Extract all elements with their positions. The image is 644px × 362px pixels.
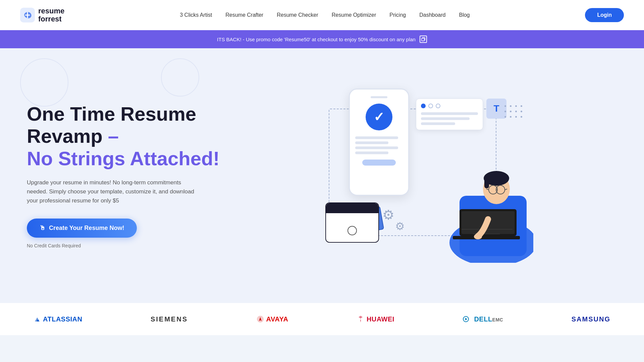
nav-dashboard[interactable]: Dashboard (419, 12, 445, 18)
person-illustration (426, 129, 533, 263)
ui-card-lines (421, 112, 478, 125)
hero-content: One Time Resume Revamp – No Strings Atta… (27, 103, 221, 249)
cursor-icon: 🖱 (40, 225, 46, 232)
phone-line (355, 136, 398, 139)
svg-rect-1 (422, 38, 424, 41)
brand-samsung: SAMSUNG (572, 315, 610, 323)
logo-line1: resume (38, 7, 64, 15)
illustration-wrapper: ✓ (305, 88, 533, 263)
hero-title: One Time Resume Revamp – No Strings Atta… (27, 103, 221, 170)
phone-line (355, 141, 388, 144)
nav-resume-checker[interactable]: Resume Checker (277, 12, 318, 18)
hero-illustration: ✓ (221, 88, 617, 263)
wallet-clasp (347, 226, 357, 235)
logo[interactable]: resume forrest (20, 7, 64, 23)
wallet (325, 202, 379, 243)
copy-icon[interactable] (420, 36, 427, 43)
brand-avaya: AVAYA (256, 315, 288, 323)
dell-icon (463, 316, 472, 322)
hero-title-line1: One Time Resume Revamp – (27, 103, 196, 147)
ui-card-line (421, 122, 455, 125)
svg-point-19 (474, 234, 482, 239)
cta-label: Create Your Resume Now! (49, 225, 124, 232)
wallet-flap (326, 203, 378, 213)
no-credit-card-text: No Credit Cards Required (27, 243, 221, 248)
navbar: resume forrest 3 Clicks Artist Resume Cr… (0, 0, 644, 30)
dot-filled (421, 104, 426, 108)
ui-card (416, 99, 483, 130)
nav-links: 3 Clicks Artist Resume Crafter Resume Ch… (180, 12, 470, 18)
atlassian-icon (34, 315, 41, 323)
brands-bar: ATLASSIAN SIEMENS AVAYA HUAWEI DELLEMC S… (0, 303, 644, 335)
logo-icon (20, 8, 35, 22)
nav-resume-optimizer[interactable]: Resume Optimizer (332, 12, 376, 18)
nav-3-clicks-artist[interactable]: 3 Clicks Artist (180, 12, 212, 18)
promo-banner: ITS BACK! - Use promo code 'Resume50' at… (0, 30, 644, 48)
t-card: T (486, 99, 506, 119)
phone-notch (371, 96, 387, 98)
dots-grid-decoration (504, 105, 523, 119)
ui-card-line (421, 117, 470, 120)
brand-dell: DELLEMC (463, 315, 503, 323)
hero-title-line2: No Strings Attached! (27, 147, 220, 169)
logo-line2: forrest (38, 15, 64, 23)
nav-resume-crafter[interactable]: Resume Crafter (225, 12, 263, 18)
promo-text: ITS BACK! - Use promo code 'Resume50' at… (217, 37, 416, 42)
login-button[interactable]: Login (585, 8, 624, 22)
nav-pricing[interactable]: Pricing (389, 12, 406, 18)
gear-icon-small: ⚙ (395, 220, 405, 233)
phone-button-mock (362, 160, 395, 166)
phone-mockup: ✓ (349, 88, 409, 196)
avaya-icon (256, 315, 264, 323)
svg-rect-6 (453, 236, 520, 239)
phone-lines (355, 136, 403, 154)
gear-icon-large: ⚙ (382, 207, 394, 223)
ui-card-dots (421, 104, 478, 108)
brand-siemens: SIEMENS (151, 315, 188, 323)
phone-check-circle: ✓ (366, 104, 392, 130)
hero-section: One Time Resume Revamp – No Strings Atta… (0, 48, 644, 303)
brand-huawei: HUAWEI (357, 315, 394, 323)
huawei-icon (357, 315, 365, 323)
svg-rect-13 (484, 178, 489, 188)
dot-empty (428, 104, 433, 108)
brand-atlassian: ATLASSIAN (34, 315, 82, 323)
ui-card-line (421, 112, 478, 115)
phone-line (355, 152, 388, 154)
phone-line (355, 146, 398, 149)
cta-button[interactable]: 🖱 Create Your Resume Now! (27, 219, 137, 238)
dot-empty (436, 104, 440, 108)
hero-subtitle: Upgrade your resume in minutes! No long-… (27, 178, 195, 205)
nav-blog[interactable]: Blog (459, 12, 470, 18)
